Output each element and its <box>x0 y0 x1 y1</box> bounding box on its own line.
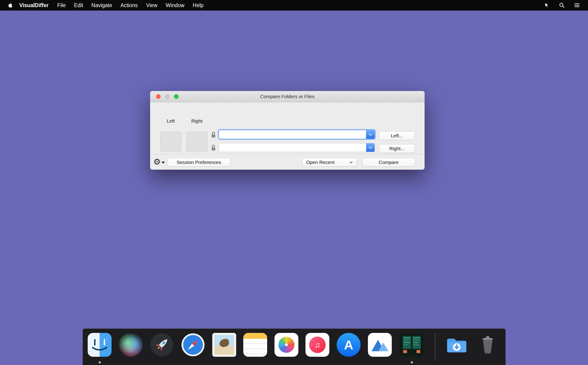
notes-icon <box>243 333 267 357</box>
safari-icon <box>181 333 205 357</box>
finder-running-indicator <box>99 362 100 363</box>
minimize-button[interactable] <box>165 94 170 99</box>
spotlight-search-icon[interactable] <box>559 2 565 8</box>
chevron-down-icon <box>369 147 372 149</box>
traffic-lights <box>156 94 179 99</box>
dock-item-trash[interactable] <box>476 333 500 357</box>
dock-item-downloads[interactable] <box>445 333 469 357</box>
downloads-folder-icon <box>445 333 469 357</box>
right-folder-well[interactable] <box>186 132 208 152</box>
music-icon: ♫ <box>306 333 329 357</box>
trash-icon <box>476 333 500 357</box>
menu-edit[interactable]: Edit <box>74 2 83 8</box>
chevron-down-icon <box>162 162 165 164</box>
menu-file[interactable]: File <box>57 2 66 8</box>
menu-view[interactable]: View <box>146 2 157 8</box>
apple-icon <box>8 2 13 8</box>
pointer-cursor-icon <box>544 2 550 8</box>
dock: ♫ A <box>83 329 506 365</box>
zoom-button[interactable] <box>174 94 179 99</box>
dock-item-siri[interactable] <box>119 333 143 357</box>
left-path-dropdown-button[interactable] <box>366 130 374 139</box>
dock-item-finder[interactable] <box>88 333 112 357</box>
menu-window[interactable]: Window <box>166 2 185 8</box>
dock-item-mountain-app[interactable] <box>368 333 392 357</box>
desktop: VisualDiffer File Edit Navigate Actions … <box>0 0 588 365</box>
right-path-dropdown-button[interactable] <box>366 143 374 152</box>
dock-item-mail[interactable] <box>212 333 236 357</box>
mail-icon <box>212 333 236 357</box>
gear-icon: ⚙ <box>153 157 161 166</box>
dock-item-safari[interactable] <box>181 333 205 357</box>
notification-center-icon[interactable] <box>574 2 580 8</box>
dock-item-visualdiffer[interactable] <box>400 333 424 357</box>
window-bottom-bar: ⚙ Session Preferences Open Recent Compar… <box>150 154 425 170</box>
finder-icon <box>88 333 112 357</box>
left-path-input[interactable] <box>219 130 366 139</box>
siri-icon <box>119 333 143 357</box>
compare-button[interactable]: Compare <box>362 158 415 167</box>
right-column-label: Right <box>186 118 208 124</box>
menu-navigate[interactable]: Navigate <box>91 2 112 8</box>
window-content: Left Right <box>150 102 425 154</box>
menu-bar: VisualDiffer File Edit Navigate Actions … <box>0 0 588 11</box>
dock-item-app-store[interactable]: A <box>337 333 361 357</box>
chevron-down-icon <box>349 161 353 163</box>
choose-left-button[interactable]: Left... <box>379 131 415 140</box>
window-title: Compare Folders or Files <box>260 94 315 99</box>
app-store-icon: A <box>337 333 361 357</box>
dock-item-launchpad[interactable] <box>150 333 174 357</box>
right-path-combobox <box>219 143 375 152</box>
left-path-combobox <box>219 130 375 139</box>
choose-right-button[interactable]: Right... <box>379 144 415 153</box>
visualdiffer-running-indicator <box>411 362 413 363</box>
visualdiffer-icon <box>400 333 424 357</box>
dock-item-notes[interactable] <box>243 333 267 357</box>
left-folder-well[interactable] <box>160 132 181 152</box>
open-recent-dropdown[interactable]: Open Recent <box>302 158 357 167</box>
gear-menu-button[interactable]: ⚙ <box>153 157 165 166</box>
apple-menu[interactable] <box>8 2 13 8</box>
active-app-name[interactable]: VisualDiffer <box>19 2 48 8</box>
menu-bar-status-area <box>544 2 580 8</box>
left-column-label: Left <box>160 118 181 124</box>
chevron-down-icon <box>369 133 372 136</box>
photos-icon <box>274 333 298 357</box>
close-button[interactable] <box>156 94 161 99</box>
dock-item-music[interactable]: ♫ <box>306 333 329 357</box>
session-preferences-button[interactable]: Session Preferences <box>167 158 230 167</box>
launchpad-icon <box>150 333 174 357</box>
right-path-input[interactable] <box>219 143 366 152</box>
right-lock-icon[interactable] <box>211 144 216 151</box>
open-recent-label: Open Recent <box>306 160 335 165</box>
mountain-app-icon <box>368 333 392 357</box>
compare-window: Compare Folders or Files Left Right <box>150 91 425 170</box>
dock-item-photos[interactable] <box>274 333 298 357</box>
window-titlebar[interactable]: Compare Folders or Files <box>150 91 425 102</box>
left-lock-icon[interactable] <box>211 131 216 138</box>
menu-actions[interactable]: Actions <box>121 2 138 8</box>
dock-separator <box>435 333 435 360</box>
menu-help[interactable]: Help <box>193 2 204 8</box>
